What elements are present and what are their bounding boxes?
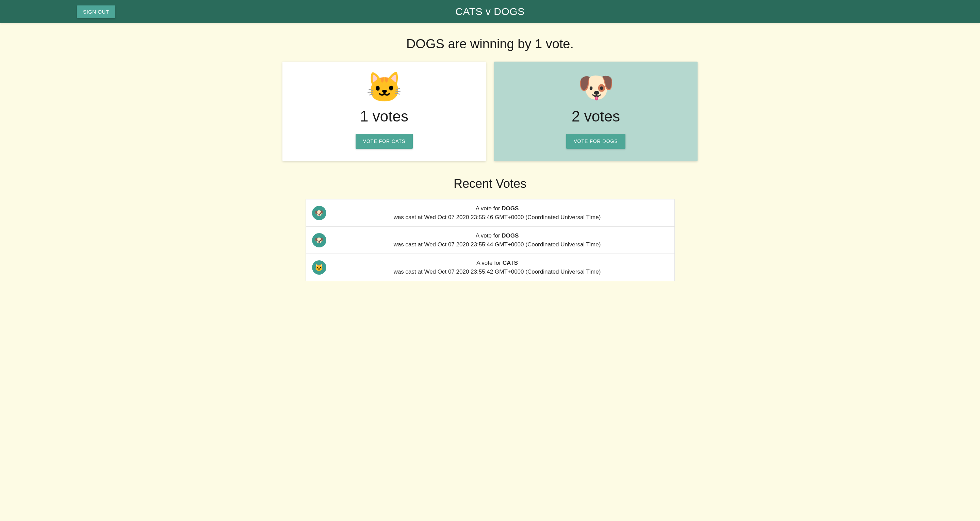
navbar: SIGN OUT CATS v DOGS [0, 0, 980, 23]
list-item: 🐱 A vote for CATS was cast at Wed Oct 07… [306, 254, 675, 281]
recent-vote-text: A vote for DOGS was cast at Wed Oct 07 2… [326, 231, 668, 249]
recent-votes-list: 🐶 A vote for DOGS was cast at Wed Oct 07… [305, 199, 675, 281]
dog-icon: 🐶 [502, 72, 689, 102]
recent-vote-text: A vote for CATS was cast at Wed Oct 07 2… [326, 259, 668, 276]
dogs-vote-card: 🐶 2 votes VOTE FOR DOGS [494, 62, 698, 161]
dog-icon: 🐶 [315, 236, 323, 244]
cat-icon: 🐱 [315, 263, 323, 272]
vote-timestamp: Wed Oct 07 2020 23:55:42 GMT+0000 (Coord… [424, 269, 601, 275]
app-title: CATS v DOGS [455, 6, 524, 18]
sign-out-button[interactable]: SIGN OUT [77, 5, 115, 18]
vote-cats-button[interactable]: VOTE FOR CATS [356, 134, 413, 149]
cats-vote-card: 🐱 1 votes VOTE FOR CATS [282, 62, 486, 161]
recent-vote-text: A vote for DOGS was cast at Wed Oct 07 2… [326, 204, 668, 221]
recent-votes-heading: Recent Votes [282, 177, 698, 191]
vote-timestamp: Wed Oct 07 2020 23:55:44 GMT+0000 (Coord… [424, 241, 601, 248]
vote-target: DOGS [501, 205, 519, 212]
list-item: 🐶 A vote for DOGS was cast at Wed Oct 07… [306, 227, 675, 254]
avatar: 🐶 [312, 233, 326, 247]
vote-target: DOGS [501, 233, 519, 239]
vote-cards-row: 🐱 1 votes VOTE FOR CATS 🐶 2 votes VOTE F… [282, 62, 698, 161]
avatar: 🐱 [312, 260, 326, 275]
vote-dogs-button[interactable]: VOTE FOR DOGS [566, 134, 625, 149]
winning-status-heading: DOGS are winning by 1 vote. [282, 37, 698, 51]
main-container: DOGS are winning by 1 vote. 🐱 1 votes VO… [279, 37, 701, 281]
list-item: 🐶 A vote for DOGS was cast at Wed Oct 07… [306, 199, 675, 227]
dog-icon: 🐶 [315, 209, 323, 217]
vote-timestamp: Wed Oct 07 2020 23:55:46 GMT+0000 (Coord… [424, 214, 601, 220]
dogs-vote-count: 2 votes [502, 108, 689, 125]
cat-icon: 🐱 [291, 72, 478, 102]
vote-target: CATS [503, 260, 518, 266]
cats-vote-count: 1 votes [291, 108, 478, 125]
avatar: 🐶 [312, 206, 326, 220]
